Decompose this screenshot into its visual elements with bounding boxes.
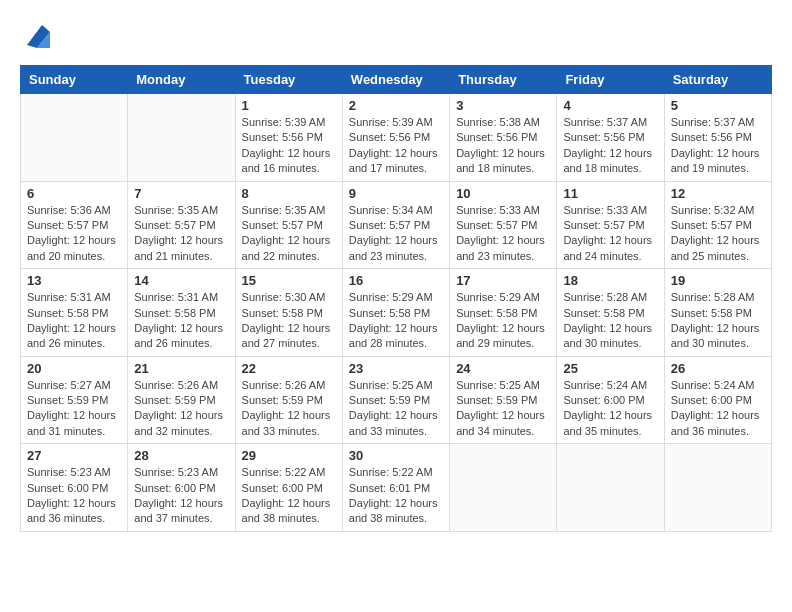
day-info: Sunrise: 5:37 AM Sunset: 5:56 PM Dayligh… (671, 115, 765, 177)
calendar-cell (450, 444, 557, 532)
day-info: Sunrise: 5:39 AM Sunset: 5:56 PM Dayligh… (349, 115, 443, 177)
calendar-cell: 19Sunrise: 5:28 AM Sunset: 5:58 PM Dayli… (664, 269, 771, 357)
weekday-header-saturday: Saturday (664, 66, 771, 94)
day-number: 27 (27, 448, 121, 463)
calendar-cell: 29Sunrise: 5:22 AM Sunset: 6:00 PM Dayli… (235, 444, 342, 532)
calendar-cell: 18Sunrise: 5:28 AM Sunset: 5:58 PM Dayli… (557, 269, 664, 357)
calendar-cell: 20Sunrise: 5:27 AM Sunset: 5:59 PM Dayli… (21, 356, 128, 444)
weekday-header-row: SundayMondayTuesdayWednesdayThursdayFrid… (21, 66, 772, 94)
calendar-cell: 6Sunrise: 5:36 AM Sunset: 5:57 PM Daylig… (21, 181, 128, 269)
day-info: Sunrise: 5:31 AM Sunset: 5:58 PM Dayligh… (134, 290, 228, 352)
day-info: Sunrise: 5:32 AM Sunset: 5:57 PM Dayligh… (671, 203, 765, 265)
calendar-cell: 14Sunrise: 5:31 AM Sunset: 5:58 PM Dayli… (128, 269, 235, 357)
day-number: 13 (27, 273, 121, 288)
calendar-week-row: 6Sunrise: 5:36 AM Sunset: 5:57 PM Daylig… (21, 181, 772, 269)
day-number: 14 (134, 273, 228, 288)
day-number: 7 (134, 186, 228, 201)
day-number: 25 (563, 361, 657, 376)
calendar-cell: 10Sunrise: 5:33 AM Sunset: 5:57 PM Dayli… (450, 181, 557, 269)
day-info: Sunrise: 5:22 AM Sunset: 6:01 PM Dayligh… (349, 465, 443, 527)
calendar-cell: 7Sunrise: 5:35 AM Sunset: 5:57 PM Daylig… (128, 181, 235, 269)
calendar-cell (557, 444, 664, 532)
day-number: 20 (27, 361, 121, 376)
calendar-cell: 26Sunrise: 5:24 AM Sunset: 6:00 PM Dayli… (664, 356, 771, 444)
day-number: 11 (563, 186, 657, 201)
calendar-cell: 9Sunrise: 5:34 AM Sunset: 5:57 PM Daylig… (342, 181, 449, 269)
day-number: 2 (349, 98, 443, 113)
day-info: Sunrise: 5:26 AM Sunset: 5:59 PM Dayligh… (134, 378, 228, 440)
day-info: Sunrise: 5:28 AM Sunset: 5:58 PM Dayligh… (563, 290, 657, 352)
calendar-cell: 23Sunrise: 5:25 AM Sunset: 5:59 PM Dayli… (342, 356, 449, 444)
calendar-cell: 28Sunrise: 5:23 AM Sunset: 6:00 PM Dayli… (128, 444, 235, 532)
day-number: 26 (671, 361, 765, 376)
day-info: Sunrise: 5:23 AM Sunset: 6:00 PM Dayligh… (134, 465, 228, 527)
page-header (20, 20, 772, 55)
calendar-cell: 1Sunrise: 5:39 AM Sunset: 5:56 PM Daylig… (235, 94, 342, 182)
calendar-table: SundayMondayTuesdayWednesdayThursdayFrid… (20, 65, 772, 532)
day-info: Sunrise: 5:24 AM Sunset: 6:00 PM Dayligh… (563, 378, 657, 440)
day-number: 24 (456, 361, 550, 376)
weekday-header-thursday: Thursday (450, 66, 557, 94)
day-number: 22 (242, 361, 336, 376)
day-info: Sunrise: 5:27 AM Sunset: 5:59 PM Dayligh… (27, 378, 121, 440)
calendar-cell: 25Sunrise: 5:24 AM Sunset: 6:00 PM Dayli… (557, 356, 664, 444)
day-info: Sunrise: 5:25 AM Sunset: 5:59 PM Dayligh… (456, 378, 550, 440)
calendar-cell: 8Sunrise: 5:35 AM Sunset: 5:57 PM Daylig… (235, 181, 342, 269)
day-info: Sunrise: 5:36 AM Sunset: 5:57 PM Dayligh… (27, 203, 121, 265)
day-info: Sunrise: 5:22 AM Sunset: 6:00 PM Dayligh… (242, 465, 336, 527)
day-info: Sunrise: 5:35 AM Sunset: 5:57 PM Dayligh… (134, 203, 228, 265)
day-info: Sunrise: 5:37 AM Sunset: 5:56 PM Dayligh… (563, 115, 657, 177)
day-info: Sunrise: 5:33 AM Sunset: 5:57 PM Dayligh… (456, 203, 550, 265)
day-number: 23 (349, 361, 443, 376)
day-number: 15 (242, 273, 336, 288)
calendar-cell: 21Sunrise: 5:26 AM Sunset: 5:59 PM Dayli… (128, 356, 235, 444)
calendar-cell: 3Sunrise: 5:38 AM Sunset: 5:56 PM Daylig… (450, 94, 557, 182)
logo-icon (22, 20, 52, 50)
day-number: 21 (134, 361, 228, 376)
day-number: 30 (349, 448, 443, 463)
day-number: 8 (242, 186, 336, 201)
weekday-header-friday: Friday (557, 66, 664, 94)
calendar-cell: 11Sunrise: 5:33 AM Sunset: 5:57 PM Dayli… (557, 181, 664, 269)
day-info: Sunrise: 5:39 AM Sunset: 5:56 PM Dayligh… (242, 115, 336, 177)
day-info: Sunrise: 5:24 AM Sunset: 6:00 PM Dayligh… (671, 378, 765, 440)
calendar-cell: 16Sunrise: 5:29 AM Sunset: 5:58 PM Dayli… (342, 269, 449, 357)
day-info: Sunrise: 5:34 AM Sunset: 5:57 PM Dayligh… (349, 203, 443, 265)
calendar-cell: 15Sunrise: 5:30 AM Sunset: 5:58 PM Dayli… (235, 269, 342, 357)
day-info: Sunrise: 5:28 AM Sunset: 5:58 PM Dayligh… (671, 290, 765, 352)
day-info: Sunrise: 5:25 AM Sunset: 5:59 PM Dayligh… (349, 378, 443, 440)
calendar-cell: 12Sunrise: 5:32 AM Sunset: 5:57 PM Dayli… (664, 181, 771, 269)
calendar-week-row: 13Sunrise: 5:31 AM Sunset: 5:58 PM Dayli… (21, 269, 772, 357)
calendar-week-row: 20Sunrise: 5:27 AM Sunset: 5:59 PM Dayli… (21, 356, 772, 444)
calendar-cell: 30Sunrise: 5:22 AM Sunset: 6:01 PM Dayli… (342, 444, 449, 532)
day-info: Sunrise: 5:38 AM Sunset: 5:56 PM Dayligh… (456, 115, 550, 177)
weekday-header-tuesday: Tuesday (235, 66, 342, 94)
calendar-week-row: 1Sunrise: 5:39 AM Sunset: 5:56 PM Daylig… (21, 94, 772, 182)
calendar-cell: 4Sunrise: 5:37 AM Sunset: 5:56 PM Daylig… (557, 94, 664, 182)
weekday-header-sunday: Sunday (21, 66, 128, 94)
day-info: Sunrise: 5:26 AM Sunset: 5:59 PM Dayligh… (242, 378, 336, 440)
day-number: 29 (242, 448, 336, 463)
calendar-cell: 24Sunrise: 5:25 AM Sunset: 5:59 PM Dayli… (450, 356, 557, 444)
calendar-cell: 17Sunrise: 5:29 AM Sunset: 5:58 PM Dayli… (450, 269, 557, 357)
day-number: 12 (671, 186, 765, 201)
day-number: 28 (134, 448, 228, 463)
day-number: 4 (563, 98, 657, 113)
weekday-header-monday: Monday (128, 66, 235, 94)
day-info: Sunrise: 5:33 AM Sunset: 5:57 PM Dayligh… (563, 203, 657, 265)
day-number: 18 (563, 273, 657, 288)
weekday-header-wednesday: Wednesday (342, 66, 449, 94)
day-number: 6 (27, 186, 121, 201)
calendar-cell (128, 94, 235, 182)
calendar-cell: 5Sunrise: 5:37 AM Sunset: 5:56 PM Daylig… (664, 94, 771, 182)
calendar-cell (664, 444, 771, 532)
day-number: 3 (456, 98, 550, 113)
day-info: Sunrise: 5:29 AM Sunset: 5:58 PM Dayligh… (456, 290, 550, 352)
day-number: 1 (242, 98, 336, 113)
day-info: Sunrise: 5:23 AM Sunset: 6:00 PM Dayligh… (27, 465, 121, 527)
calendar-cell: 27Sunrise: 5:23 AM Sunset: 6:00 PM Dayli… (21, 444, 128, 532)
calendar-week-row: 27Sunrise: 5:23 AM Sunset: 6:00 PM Dayli… (21, 444, 772, 532)
day-number: 9 (349, 186, 443, 201)
day-info: Sunrise: 5:29 AM Sunset: 5:58 PM Dayligh… (349, 290, 443, 352)
day-info: Sunrise: 5:30 AM Sunset: 5:58 PM Dayligh… (242, 290, 336, 352)
